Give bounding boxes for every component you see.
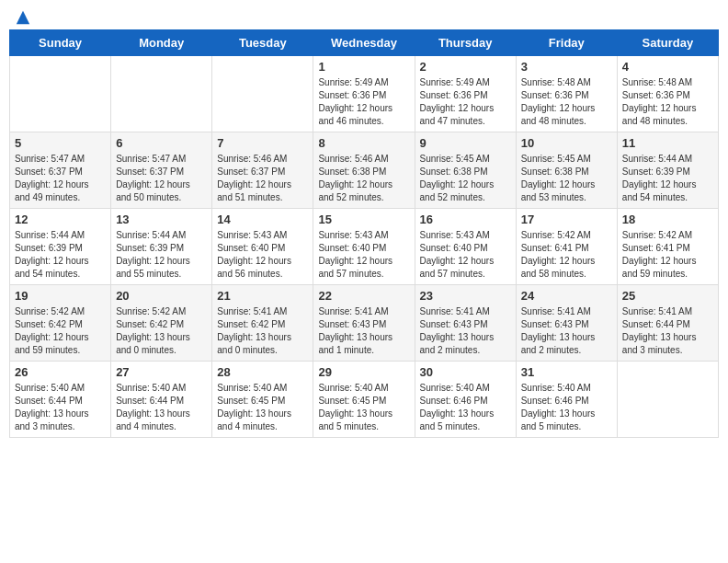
logo-icon: [15, 9, 31, 26]
calendar-cell: 5Sunrise: 5:47 AM Sunset: 6:37 PM Daylig…: [10, 132, 111, 209]
cell-info: Sunrise: 5:41 AM Sunset: 6:43 PM Dayligh…: [318, 305, 409, 357]
calendar-cell: 25Sunrise: 5:41 AM Sunset: 6:44 PM Dayli…: [617, 285, 718, 362]
calendar-cell: [617, 362, 718, 438]
day-number: 2: [420, 60, 511, 74]
day-number: 24: [521, 289, 612, 303]
day-number: 27: [116, 365, 207, 379]
cell-info: Sunrise: 5:42 AM Sunset: 6:41 PM Dayligh…: [622, 229, 713, 281]
day-number: 28: [217, 365, 308, 379]
cell-info: Sunrise: 5:43 AM Sunset: 6:40 PM Dayligh…: [217, 229, 308, 281]
calendar-cell: 31Sunrise: 5:40 AM Sunset: 6:46 PM Dayli…: [516, 362, 617, 438]
cell-info: Sunrise: 5:49 AM Sunset: 6:36 PM Dayligh…: [318, 76, 409, 128]
calendar-cell: 7Sunrise: 5:46 AM Sunset: 6:37 PM Daylig…: [212, 132, 313, 209]
cell-info: Sunrise: 5:41 AM Sunset: 6:42 PM Dayligh…: [217, 305, 308, 357]
calendar-cell: 8Sunrise: 5:46 AM Sunset: 6:38 PM Daylig…: [313, 132, 415, 209]
calendar-cell: 17Sunrise: 5:42 AM Sunset: 6:41 PM Dayli…: [516, 209, 617, 285]
calendar-cell: 18Sunrise: 5:42 AM Sunset: 6:41 PM Dayli…: [617, 209, 718, 285]
day-number: 7: [217, 136, 308, 150]
day-number: 6: [116, 136, 207, 150]
calendar-cell: 6Sunrise: 5:47 AM Sunset: 6:37 PM Daylig…: [111, 132, 212, 209]
calendar-cell: 30Sunrise: 5:40 AM Sunset: 6:46 PM Dayli…: [415, 362, 516, 438]
day-number: 17: [521, 213, 612, 226]
calendar-cell: [10, 56, 111, 132]
calendar-header-saturday: Saturday: [617, 30, 718, 56]
cell-info: Sunrise: 5:42 AM Sunset: 6:41 PM Dayligh…: [521, 229, 612, 281]
cell-info: Sunrise: 5:40 AM Sunset: 6:44 PM Dayligh…: [116, 382, 207, 433]
calendar-cell: 23Sunrise: 5:41 AM Sunset: 6:43 PM Dayli…: [415, 285, 516, 362]
cell-info: Sunrise: 5:40 AM Sunset: 6:45 PM Dayligh…: [217, 382, 308, 433]
calendar-cell: 2Sunrise: 5:49 AM Sunset: 6:36 PM Daylig…: [415, 56, 516, 132]
day-number: 14: [217, 213, 308, 226]
calendar-header-tuesday: Tuesday: [212, 30, 313, 56]
calendar-cell: 3Sunrise: 5:48 AM Sunset: 6:36 PM Daylig…: [516, 56, 617, 132]
page-header: [9, 9, 719, 22]
cell-info: Sunrise: 5:47 AM Sunset: 6:37 PM Dayligh…: [116, 153, 207, 204]
day-number: 15: [318, 213, 409, 226]
cell-info: Sunrise: 5:40 AM Sunset: 6:46 PM Dayligh…: [420, 382, 511, 433]
day-number: 11: [622, 136, 713, 150]
calendar-cell: 15Sunrise: 5:43 AM Sunset: 6:40 PM Dayli…: [313, 209, 415, 285]
day-number: 16: [420, 213, 511, 226]
day-number: 12: [15, 213, 106, 226]
day-number: 1: [318, 60, 409, 74]
cell-info: Sunrise: 5:42 AM Sunset: 6:42 PM Dayligh…: [15, 305, 106, 357]
cell-info: Sunrise: 5:44 AM Sunset: 6:39 PM Dayligh…: [116, 229, 207, 281]
calendar-cell: 29Sunrise: 5:40 AM Sunset: 6:45 PM Dayli…: [313, 362, 415, 438]
logo: [13, 9, 31, 22]
day-number: 26: [15, 365, 106, 379]
cell-info: Sunrise: 5:41 AM Sunset: 6:44 PM Dayligh…: [622, 305, 713, 357]
day-number: 19: [15, 289, 106, 303]
day-number: 31: [521, 365, 612, 379]
calendar-cell: 21Sunrise: 5:41 AM Sunset: 6:42 PM Dayli…: [212, 285, 313, 362]
day-number: 30: [420, 365, 511, 379]
cell-info: Sunrise: 5:49 AM Sunset: 6:36 PM Dayligh…: [420, 76, 511, 128]
day-number: 20: [116, 289, 207, 303]
day-number: 23: [420, 289, 511, 303]
calendar-cell: 26Sunrise: 5:40 AM Sunset: 6:44 PM Dayli…: [10, 362, 111, 438]
cell-info: Sunrise: 5:43 AM Sunset: 6:40 PM Dayligh…: [420, 229, 511, 281]
cell-info: Sunrise: 5:46 AM Sunset: 6:38 PM Dayligh…: [318, 153, 409, 204]
cell-info: Sunrise: 5:40 AM Sunset: 6:45 PM Dayligh…: [318, 382, 409, 433]
calendar-cell: 1Sunrise: 5:49 AM Sunset: 6:36 PM Daylig…: [313, 56, 415, 132]
day-number: 5: [15, 136, 106, 150]
calendar-cell: 22Sunrise: 5:41 AM Sunset: 6:43 PM Dayli…: [313, 285, 415, 362]
calendar-table: SundayMondayTuesdayWednesdayThursdayFrid…: [9, 29, 719, 438]
calendar-cell: 14Sunrise: 5:43 AM Sunset: 6:40 PM Dayli…: [212, 209, 313, 285]
calendar-header-wednesday: Wednesday: [313, 30, 415, 56]
calendar-cell: 13Sunrise: 5:44 AM Sunset: 6:39 PM Dayli…: [111, 209, 212, 285]
cell-info: Sunrise: 5:44 AM Sunset: 6:39 PM Dayligh…: [15, 229, 106, 281]
cell-info: Sunrise: 5:45 AM Sunset: 6:38 PM Dayligh…: [420, 153, 511, 204]
cell-info: Sunrise: 5:41 AM Sunset: 6:43 PM Dayligh…: [521, 305, 612, 357]
calendar-week-4: 19Sunrise: 5:42 AM Sunset: 6:42 PM Dayli…: [10, 285, 719, 362]
cell-info: Sunrise: 5:47 AM Sunset: 6:37 PM Dayligh…: [15, 153, 106, 204]
calendar-week-1: 1Sunrise: 5:49 AM Sunset: 6:36 PM Daylig…: [10, 56, 719, 132]
calendar-cell: 12Sunrise: 5:44 AM Sunset: 6:39 PM Dayli…: [10, 209, 111, 285]
cell-info: Sunrise: 5:46 AM Sunset: 6:37 PM Dayligh…: [217, 153, 308, 204]
calendar-cell: 10Sunrise: 5:45 AM Sunset: 6:38 PM Dayli…: [516, 132, 617, 209]
cell-info: Sunrise: 5:40 AM Sunset: 6:46 PM Dayligh…: [521, 382, 612, 433]
cell-info: Sunrise: 5:44 AM Sunset: 6:39 PM Dayligh…: [622, 153, 713, 204]
calendar-week-5: 26Sunrise: 5:40 AM Sunset: 6:44 PM Dayli…: [10, 362, 719, 438]
calendar-cell: 4Sunrise: 5:48 AM Sunset: 6:36 PM Daylig…: [617, 56, 718, 132]
calendar-week-3: 12Sunrise: 5:44 AM Sunset: 6:39 PM Dayli…: [10, 209, 719, 285]
day-number: 22: [318, 289, 409, 303]
day-number: 29: [318, 365, 409, 379]
cell-info: Sunrise: 5:45 AM Sunset: 6:38 PM Dayligh…: [521, 153, 612, 204]
calendar-cell: 19Sunrise: 5:42 AM Sunset: 6:42 PM Dayli…: [10, 285, 111, 362]
cell-info: Sunrise: 5:40 AM Sunset: 6:44 PM Dayligh…: [15, 382, 106, 433]
day-number: 8: [318, 136, 409, 150]
day-number: 25: [622, 289, 713, 303]
calendar-cell: 24Sunrise: 5:41 AM Sunset: 6:43 PM Dayli…: [516, 285, 617, 362]
calendar-header-sunday: Sunday: [10, 30, 111, 56]
day-number: 18: [622, 213, 713, 226]
calendar-header-friday: Friday: [516, 30, 617, 56]
calendar-cell: 20Sunrise: 5:42 AM Sunset: 6:42 PM Dayli…: [111, 285, 212, 362]
calendar-header-row: SundayMondayTuesdayWednesdayThursdayFrid…: [10, 30, 719, 56]
calendar-week-2: 5Sunrise: 5:47 AM Sunset: 6:37 PM Daylig…: [10, 132, 719, 209]
cell-info: Sunrise: 5:48 AM Sunset: 6:36 PM Dayligh…: [521, 76, 612, 128]
day-number: 10: [521, 136, 612, 150]
cell-info: Sunrise: 5:48 AM Sunset: 6:36 PM Dayligh…: [622, 76, 713, 128]
calendar-cell: 11Sunrise: 5:44 AM Sunset: 6:39 PM Dayli…: [617, 132, 718, 209]
day-number: 3: [521, 60, 612, 74]
day-number: 9: [420, 136, 511, 150]
